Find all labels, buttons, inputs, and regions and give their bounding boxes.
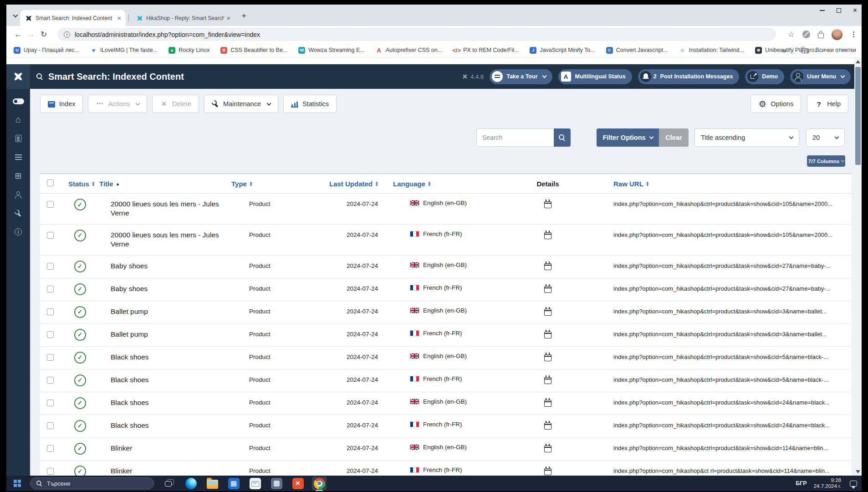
- back-icon[interactable]: ←: [12, 30, 25, 39]
- sidebar-item[interactable]: [6, 97, 30, 106]
- row-checkbox[interactable]: [47, 286, 54, 292]
- taskbar-app[interactable]: [269, 477, 284, 490]
- address-bar[interactable]: i localhost/administrator/index.php?opti…: [57, 28, 776, 41]
- clear-button[interactable]: Clear: [659, 128, 689, 147]
- filter-options-button[interactable]: Filter Options: [597, 128, 659, 147]
- details-calendar-icon[interactable]: [544, 400, 551, 407]
- toolbar-button[interactable]: Options: [751, 95, 801, 113]
- published-status-icon[interactable]: [74, 397, 86, 409]
- start-button-icon[interactable]: [14, 480, 21, 487]
- bookmark-item[interactable]: A Autoprefixer CSS on...: [376, 47, 442, 54]
- bookmark-item[interactable]: ♥ iLoveIMG | The faste...: [90, 47, 158, 54]
- select-all-checkbox[interactable]: [47, 179, 54, 186]
- published-status-icon[interactable]: [74, 283, 86, 295]
- close-icon[interactable]: ×: [853, 8, 857, 13]
- page-scrollbar[interactable]: [854, 58, 862, 476]
- header-pill-button[interactable]: Take a Tour: [490, 69, 552, 84]
- taskbar-app[interactable]: [291, 477, 305, 490]
- toolbar-button[interactable]: Index: [40, 95, 83, 113]
- column-header-raw-url[interactable]: Raw URL ▲▼: [593, 180, 852, 188]
- bookmarks-overflow-icon[interactable]: »: [782, 46, 786, 54]
- published-status-icon[interactable]: [74, 230, 86, 241]
- details-calendar-icon[interactable]: [544, 446, 551, 452]
- column-header-language[interactable]: Language ▲▼: [393, 180, 502, 188]
- details-calendar-icon[interactable]: [544, 263, 551, 270]
- row-checkbox[interactable]: [47, 354, 54, 361]
- published-status-icon[interactable]: [74, 420, 86, 432]
- column-header-last-updated[interactable]: Last Updated ▲▼: [329, 180, 393, 188]
- row-checkbox[interactable]: [47, 377, 54, 384]
- sidebar-item[interactable]: [6, 227, 30, 236]
- details-calendar-icon[interactable]: [544, 354, 551, 361]
- row-checkbox[interactable]: [47, 468, 54, 475]
- maximize-icon[interactable]: [837, 8, 841, 13]
- published-status-icon[interactable]: [74, 466, 86, 476]
- toolbar-button[interactable]: Help: [807, 95, 848, 113]
- columns-button[interactable]: 7/7 Columns: [807, 155, 845, 167]
- column-header-status[interactable]: Status ▲▼: [61, 180, 99, 188]
- minimize-icon[interactable]: [820, 10, 825, 11]
- row-checkbox[interactable]: [47, 232, 54, 239]
- tab-search-chevron-icon[interactable]: [13, 12, 18, 17]
- sidebar-item[interactable]: [6, 190, 30, 199]
- task-view-icon[interactable]: [166, 481, 173, 486]
- forward-icon[interactable]: →: [25, 30, 37, 39]
- header-pill-button[interactable]: Demo: [745, 69, 784, 84]
- limit-select[interactable]: 20: [806, 128, 845, 147]
- keyboard-language[interactable]: БГР: [796, 480, 807, 487]
- header-pill-button[interactable]: User Menu: [790, 69, 851, 84]
- site-info-icon[interactable]: i: [64, 31, 70, 38]
- details-calendar-icon[interactable]: [544, 423, 551, 430]
- adblock-extension-icon[interactable]: [802, 31, 810, 38]
- tab-smart-search[interactable]: Smart Search: Indexed Content ×: [20, 10, 126, 26]
- bookmark-item[interactable]: C Convert Javascript...: [606, 47, 668, 54]
- tab-hikashop[interactable]: HikaShop - Reply: Smart Search ×: [131, 10, 235, 26]
- scrollbar-thumb[interactable]: [855, 67, 861, 165]
- header-pill-button[interactable]: 2 Post Installation Messages: [638, 69, 740, 84]
- bookmark-item[interactable]: ≈ Installation: Tailwind...: [679, 47, 744, 54]
- bookmark-item[interactable]: B CSS Beautifier to Be...: [220, 47, 287, 54]
- all-bookmarks-label[interactable]: Всички отметки: [815, 47, 856, 53]
- row-checkbox[interactable]: [47, 308, 54, 315]
- details-calendar-icon[interactable]: [544, 332, 551, 338]
- sidebar-item[interactable]: [6, 171, 30, 180]
- sidebar-item[interactable]: [6, 153, 30, 162]
- sort-select[interactable]: Title ascending: [694, 128, 799, 147]
- column-header-type[interactable]: Type ▲▼: [231, 180, 329, 188]
- taskbar-search[interactable]: Търсене: [30, 477, 154, 489]
- tab-close-icon[interactable]: ×: [227, 15, 230, 22]
- joomla-logo[interactable]: [6, 64, 30, 89]
- bookmark-item[interactable]: W Wowza Streaming E...: [298, 47, 364, 54]
- bookmark-item[interactable]: ▲ Rocky Linux: [168, 47, 209, 54]
- taskbar-app[interactable]: [205, 477, 220, 490]
- clock[interactable]: 9:28 24.7.2024 г.: [814, 477, 841, 489]
- published-status-icon[interactable]: [74, 443, 86, 455]
- published-status-icon[interactable]: [74, 306, 86, 318]
- sidebar-item[interactable]: [6, 209, 30, 218]
- published-status-icon[interactable]: [74, 261, 86, 272]
- bookmark-item[interactable]: J JavaScript Minify To...: [530, 47, 595, 54]
- row-checkbox[interactable]: [47, 445, 54, 452]
- row-checkbox[interactable]: [47, 400, 54, 406]
- scroll-down-icon[interactable]: [856, 470, 860, 473]
- profile-avatar[interactable]: [832, 29, 842, 40]
- bookmark-star-icon[interactable]: ☆: [788, 30, 795, 39]
- browser-menu-icon[interactable]: [853, 34, 854, 35]
- extensions-puzzle-icon[interactable]: [818, 33, 824, 38]
- row-checkbox[interactable]: [47, 263, 54, 270]
- taskbar-app[interactable]: [184, 477, 198, 490]
- sidebar-item[interactable]: [6, 134, 30, 143]
- search-button[interactable]: [554, 128, 571, 147]
- details-calendar-icon[interactable]: [544, 286, 551, 293]
- toolbar-button[interactable]: Statistics: [283, 95, 337, 113]
- toolbar-button[interactable]: Maintenance: [204, 95, 278, 113]
- search-input[interactable]: [476, 128, 554, 147]
- bookmark-item[interactable]: U Upay - Плащай лес...: [14, 47, 79, 54]
- published-status-icon[interactable]: [74, 352, 86, 364]
- details-calendar-icon[interactable]: [544, 201, 551, 208]
- row-checkbox[interactable]: [47, 331, 54, 338]
- toolbar-button[interactable]: Actions: [88, 95, 147, 113]
- header-pill-button[interactable]: Multilingual Status: [558, 69, 632, 84]
- taskbar-app[interactable]: [312, 477, 327, 490]
- reload-icon[interactable]: ↻: [37, 30, 50, 39]
